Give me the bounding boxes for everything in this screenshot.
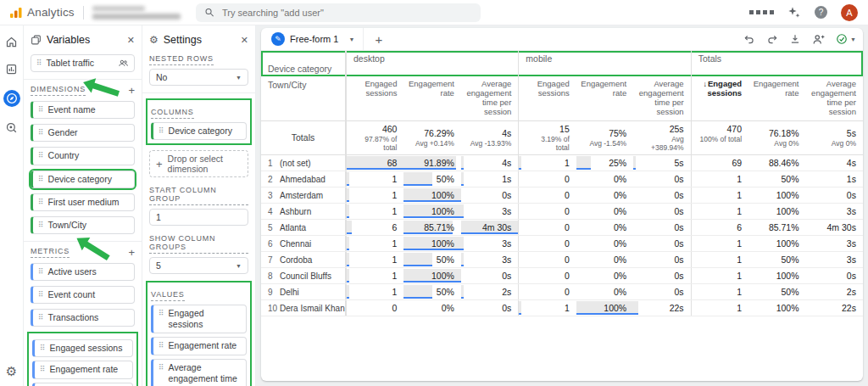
table-cell: 22s <box>806 300 863 316</box>
table-cell: 1 <box>346 268 403 283</box>
metric-header[interactable]: Engagement rate <box>576 76 633 120</box>
drag-handle-icon: ⠿ <box>38 289 44 300</box>
redo-icon[interactable] <box>766 33 778 45</box>
cell-value: 1 <box>737 303 742 313</box>
cell-value: 0s <box>502 271 511 281</box>
undo-icon[interactable] <box>743 33 755 45</box>
dimension-chip-gender[interactable]: ⠿Gender <box>31 124 135 142</box>
totals-cell: 470100% of total <box>691 121 748 154</box>
bar-underline <box>347 265 349 266</box>
table-cell: 1 <box>518 155 576 171</box>
analytics-logo[interactable]: Analytics <box>8 6 75 20</box>
bar-fill <box>461 285 464 297</box>
dimension-chip-first-user-medium[interactable]: ⠿First user medium <box>31 193 135 211</box>
search-input[interactable] <box>222 8 472 18</box>
dimension-chip-country[interactable]: ⠿Country <box>31 147 135 165</box>
cell-value: 100% <box>431 271 454 281</box>
dimension-chip-event-name[interactable]: ⠿Event name <box>31 101 135 119</box>
apps-grid-icon[interactable] <box>749 10 774 14</box>
values-chip-engaged-sessions[interactable]: ⠿Engaged sessions <box>151 305 247 333</box>
advertising-icon[interactable] <box>5 121 18 134</box>
metric-header[interactable]: Engagement rate <box>403 76 460 120</box>
table-row: 8Council Bluffs1100%0s00%0s1100%0s <box>261 268 863 284</box>
explore-icon-active[interactable] <box>3 90 20 107</box>
totals-value: 15 <box>526 124 569 134</box>
columns-highlight-group: COLUMNS ⠿Device category <box>146 98 252 145</box>
bar-underline <box>403 297 432 299</box>
tab-free-form-1[interactable]: ✎ Free-form 1 ▼ <box>266 28 364 50</box>
group-header-desktop[interactable]: desktop <box>346 51 518 76</box>
totals-cell: 46097.87% of total <box>346 121 403 154</box>
values-chip-engagement-rate[interactable]: ⠿Engagement rate <box>151 337 247 355</box>
table-cell: 1 <box>346 284 403 299</box>
metric-chip-engagement-rate[interactable]: ⠿Engagement rate <box>32 361 133 378</box>
dimension-chip-town-city[interactable]: ⠿Town/City <box>31 216 135 234</box>
download-icon[interactable] <box>789 33 801 45</box>
metric-chip-transactions[interactable]: ⠿Transactions <box>31 309 135 327</box>
totals-subvalue: 97.87% of total <box>353 135 397 152</box>
metric-header[interactable]: Engagement rate <box>748 76 805 120</box>
table-cell: 0 <box>346 300 403 316</box>
table-cell: 100% <box>403 268 460 283</box>
gemini-sparkle-icon[interactable] <box>787 6 801 20</box>
table-cell: 1 <box>691 300 748 316</box>
sampling-indicator[interactable]: ▼ <box>836 33 856 45</box>
totals-subvalue: Avg -13.93% <box>468 139 511 148</box>
reports-icon[interactable] <box>5 63 18 76</box>
cell-value: 1 <box>392 255 398 265</box>
metric-header[interactable]: Average engagement time per session <box>806 76 863 120</box>
cell-value: 1 <box>737 190 742 200</box>
table-cell: 88.46% <box>748 155 805 171</box>
add-metric-button[interactable]: + <box>128 247 135 258</box>
metric-header[interactable]: Average engagement time per session <box>633 76 690 120</box>
row-rank: 3 <box>261 187 280 203</box>
add-dimension-button[interactable]: + <box>128 85 135 96</box>
variables-close-icon[interactable]: ✕ <box>127 35 135 46</box>
metric-header[interactable]: Engaged sessions <box>346 76 403 120</box>
table-cell: 1 <box>346 236 403 251</box>
metric-header[interactable]: Engaged sessions <box>518 76 576 120</box>
group-header-mobile[interactable]: mobile <box>518 51 690 76</box>
table-cell: 0s <box>633 204 690 219</box>
cell-value: 0% <box>614 206 626 216</box>
start-column-group-input[interactable]: 1 <box>149 209 248 226</box>
table-row: 1(not set)6891.89%4s125%5s6988.46%4s <box>261 155 863 171</box>
columns-drop-area[interactable]: +Drop or select dimension <box>149 150 248 177</box>
nested-rows-select[interactable]: No▼ <box>149 69 248 86</box>
metric-chip-event-count[interactable]: ⠿Event count <box>31 286 135 304</box>
show-column-groups-select[interactable]: 5▼ <box>149 257 248 274</box>
add-tab-button[interactable]: + <box>364 32 393 47</box>
totals-subvalue: Avg +0.14% <box>410 139 453 148</box>
group-header-totals[interactable]: Totals <box>691 51 863 76</box>
home-icon[interactable] <box>5 36 18 48</box>
admin-gear-icon[interactable]: ⚙ <box>6 365 17 378</box>
row-rank: 10 <box>261 300 280 316</box>
search-bar[interactable] <box>196 3 481 22</box>
bar-underline <box>461 216 464 218</box>
metric-header[interactable]: Average engagement time per session <box>461 76 518 120</box>
totals-cell: 75%Avg -1.54% <box>576 126 633 150</box>
settings-close-icon[interactable]: ✕ <box>241 35 248 46</box>
table-cell: 0 <box>518 236 576 251</box>
bar-fill <box>347 204 349 216</box>
row-rank: 8 <box>261 268 280 283</box>
segment-chip-tablet-traffic[interactable]: ⠿ Tablet traffic <box>31 54 135 72</box>
bar-underline <box>347 281 349 283</box>
table-row: 3Amsterdam1100%0s00%0s1100%0s <box>261 187 863 204</box>
metric-chip-engaged-sessions[interactable]: ⠿Engaged sessions <box>32 339 133 357</box>
metric-chip-active-users[interactable]: ⠿Active users <box>31 263 135 281</box>
metric-header[interactable]: ↓Engaged sessions <box>691 76 748 120</box>
values-chip-average-engagement-time-per-session[interactable]: ⠿Average engagement time per session <box>151 359 247 386</box>
share-user-icon[interactable] <box>812 33 825 46</box>
dimension-chip-device-category[interactable]: ⠿Device category <box>31 171 135 188</box>
bar-underline <box>461 184 464 186</box>
chevron-down-icon: ▼ <box>850 36 856 42</box>
columns-drop-label: Drop or select dimension <box>168 154 242 174</box>
table-row: 9Delhi150%2s00%0s150%2s <box>261 284 863 300</box>
avatar[interactable]: A <box>841 4 858 21</box>
table-cell: 100% <box>403 187 460 203</box>
metric-chip-average-engagement-time-per-session[interactable]: ⠿Average engagement time per session <box>32 383 133 386</box>
help-icon[interactable]: ? <box>815 6 827 19</box>
columns-chip-device-category[interactable]: ⠿Device category <box>151 122 247 140</box>
cell-value: 85.71% <box>769 222 799 232</box>
